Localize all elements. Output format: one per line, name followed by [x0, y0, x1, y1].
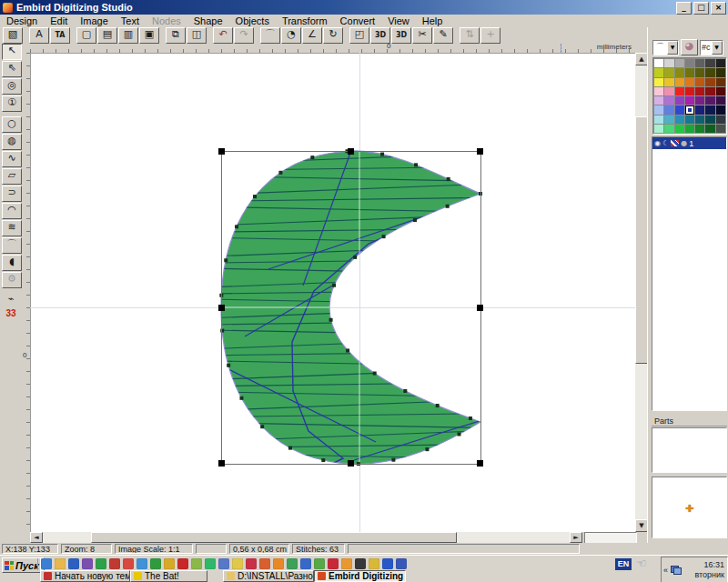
close-button[interactable]: ×	[711, 2, 726, 15]
menu-transform[interactable]: Transform	[276, 15, 334, 26]
angle-tool-button[interactable]: ∠	[302, 27, 322, 44]
color-swatch[interactable]	[705, 125, 714, 133]
color-swatch[interactable]	[685, 96, 694, 105]
color-swatch[interactable]	[675, 78, 684, 86]
quick-launch-icon[interactable]	[96, 558, 106, 569]
color-swatch[interactable]	[664, 125, 673, 133]
import-design-button[interactable]: ▥	[118, 27, 138, 44]
arc-tool[interactable]: ⌒	[2, 237, 22, 254]
selection-handle[interactable]	[218, 305, 225, 311]
color-swatch[interactable]	[675, 68, 684, 76]
taskbar-window-button[interactable]: Начать новую тему :: B...	[40, 570, 130, 582]
color-swatch[interactable]	[695, 96, 704, 105]
quick-launch-icon[interactable]	[396, 558, 407, 569]
color-swatch[interactable]	[675, 96, 684, 105]
color-swatch[interactable]	[705, 78, 714, 86]
color-swatch[interactable]	[705, 105, 714, 114]
color-swatch[interactable]	[716, 96, 725, 105]
zigzag-tool[interactable]: ≋	[2, 220, 22, 236]
menu-help[interactable]: Help	[416, 15, 450, 26]
taskbar-window-button[interactable]: The Bat!	[130, 570, 207, 582]
outline-tool[interactable]: ◠	[2, 203, 22, 219]
quick-launch-icon[interactable]	[205, 558, 216, 569]
quick-launch-icon[interactable]	[218, 558, 229, 569]
zoom-tool[interactable]: ◎	[2, 78, 22, 95]
quick-launch-icon[interactable]	[273, 558, 284, 569]
color-swatch[interactable]	[664, 96, 673, 105]
color-swatch[interactable]	[695, 105, 704, 114]
horizontal-scrollbar[interactable]: ◄ ►	[30, 532, 582, 543]
quick-launch-icon[interactable]	[341, 558, 352, 569]
selection-handle[interactable]	[348, 148, 354, 155]
node-edit-tool[interactable]: ⇖	[2, 61, 22, 77]
quick-launch-icon[interactable]	[164, 558, 175, 569]
color-swatch[interactable]	[685, 105, 694, 114]
color-swatch[interactable]	[705, 59, 714, 67]
color-swatch[interactable]	[664, 68, 673, 76]
color-swatch[interactable]	[695, 68, 704, 76]
color-swatch[interactable]	[664, 105, 673, 114]
quick-launch-icon[interactable]	[123, 558, 134, 569]
color-swatch[interactable]	[716, 87, 725, 95]
menu-text[interactable]: Text	[115, 15, 146, 26]
quick-launch-icon[interactable]	[109, 558, 120, 569]
color-swatch[interactable]	[664, 78, 673, 86]
quick-launch-icon[interactable]	[82, 558, 93, 569]
quick-launch-icon[interactable]	[136, 558, 147, 569]
design-preview[interactable]: ✚	[652, 477, 727, 538]
visibility-eye-icon[interactable]: ◉	[654, 139, 661, 147]
language-indicator[interactable]: EN	[615, 558, 632, 570]
menu-edit[interactable]: Edit	[44, 15, 74, 26]
quick-launch-icon[interactable]	[314, 558, 325, 569]
color-swatch[interactable]	[664, 87, 673, 95]
color-swatch[interactable]	[716, 59, 725, 67]
scroll-left-button[interactable]: ◄	[30, 532, 43, 543]
color-swatch[interactable]	[685, 78, 694, 86]
quick-launch-icon[interactable]	[259, 558, 270, 569]
quick-launch-icon[interactable]	[150, 558, 161, 569]
menu-objects[interactable]: Objects	[229, 15, 276, 26]
vertical-scroll-thumb[interactable]	[635, 116, 648, 364]
quick-launch-icon[interactable]	[177, 558, 188, 569]
chevron-down-icon[interactable]: ▼	[667, 41, 678, 55]
color-swatch[interactable]	[675, 115, 684, 124]
color-swatch[interactable]	[654, 68, 663, 76]
fill-region-tool[interactable]: ○	[2, 116, 22, 133]
design-canvas[interactable]	[30, 53, 635, 532]
curve-tool-button[interactable]: ⌒	[260, 27, 280, 44]
view-3d-wire-button[interactable]: 3D	[391, 27, 411, 44]
color-swatch[interactable]	[695, 78, 704, 86]
color-swatch[interactable]	[654, 115, 663, 124]
stitch-edit-button[interactable]: ✂	[412, 27, 432, 44]
menu-convert[interactable]: Convert	[334, 15, 382, 26]
scroll-right-button[interactable]: ►	[570, 532, 582, 543]
color-swatch[interactable]	[695, 125, 704, 133]
selection-handle[interactable]	[477, 305, 483, 311]
undo-button[interactable]: ↶	[213, 27, 233, 44]
restore-button[interactable]: □	[693, 2, 709, 15]
menu-shape[interactable]: Shape	[187, 15, 229, 26]
color-swatch[interactable]	[664, 115, 673, 124]
color-swatch[interactable]	[705, 115, 714, 124]
color-swatch[interactable]	[654, 59, 663, 67]
text-tool-button[interactable]: A	[29, 27, 49, 44]
color-swatch[interactable]	[675, 87, 684, 95]
color-swatch[interactable]	[685, 87, 694, 95]
color-swatch[interactable]	[716, 68, 725, 76]
color-swatch[interactable]	[705, 96, 714, 105]
color-swatch[interactable]	[654, 87, 663, 95]
object-list[interactable]: ◉ ☾ ● 1	[652, 136, 727, 411]
menu-design[interactable]: Design	[0, 15, 44, 26]
minimize-button[interactable]: _	[676, 2, 692, 15]
menu-image[interactable]: Image	[74, 15, 115, 26]
manual-stitch-tool[interactable]: ◖	[2, 255, 22, 271]
quick-launch-icon[interactable]	[246, 558, 257, 569]
object-list-item[interactable]: ◉ ☾ ● 1	[652, 137, 726, 149]
quick-launch-icon[interactable]	[287, 558, 298, 569]
network-tray-icon[interactable]	[671, 566, 681, 574]
paste-button[interactable]: ◫	[187, 27, 207, 44]
horizontal-scroll-thumb[interactable]	[91, 532, 457, 543]
scroll-up-button[interactable]: ▲	[635, 53, 648, 65]
text-transform-button[interactable]: TA	[50, 27, 70, 44]
window-3d-button[interactable]: ◰	[349, 27, 369, 44]
